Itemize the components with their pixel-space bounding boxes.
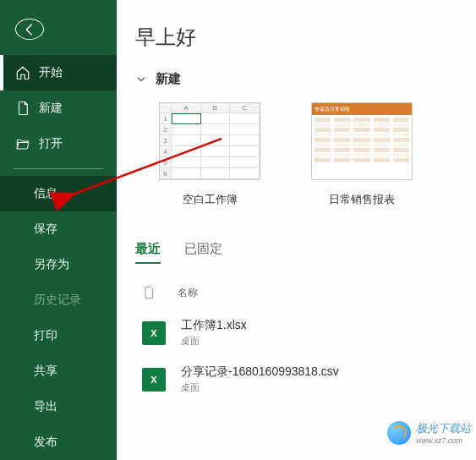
template-blank-thumb: A B C 1 2 3 4 5 6 bbox=[159, 102, 260, 180]
tab-recent[interactable]: 最近 bbox=[135, 241, 161, 264]
section-new-label: 新建 bbox=[156, 71, 181, 87]
folder-open-icon bbox=[15, 136, 30, 151]
file-list-header: 名称 bbox=[135, 272, 457, 309]
template-blank-workbook[interactable]: A B C 1 2 3 4 5 6 空白工作簿 bbox=[159, 102, 260, 207]
nav-info[interactable]: 信息 bbox=[0, 176, 117, 211]
main-panel: 早上好 新建 A B C 1 2 3 4 5 6 空白工作簿 bbox=[117, 0, 476, 460]
file-list-name-col: 名称 bbox=[178, 286, 198, 300]
file-location: 桌面 bbox=[181, 335, 247, 348]
nav-separator bbox=[14, 168, 103, 169]
file-location: 桌面 bbox=[181, 381, 339, 394]
template-sales-thumb: 专卖店日常销售 bbox=[311, 102, 413, 180]
new-file-icon bbox=[15, 101, 30, 116]
nav-open[interactable]: 打开 bbox=[0, 126, 117, 162]
templates-row: A B C 1 2 3 4 5 6 空白工作簿 专卖店日常销售 bbox=[135, 102, 457, 207]
nav-home-label: 开始 bbox=[39, 65, 63, 80]
excel-file-icon: X bbox=[142, 368, 166, 392]
nav-home[interactable]: 开始 bbox=[0, 55, 117, 90]
watermark-logo-icon bbox=[387, 421, 411, 445]
nav-save-as[interactable]: 另存为 bbox=[0, 247, 117, 282]
template-sales-label: 日常销售报表 bbox=[329, 192, 395, 207]
file-icon bbox=[142, 284, 156, 301]
file-row-workbook1[interactable]: X 工作簿1.xlsx 桌面 bbox=[135, 309, 457, 356]
tab-pinned[interactable]: 已固定 bbox=[184, 241, 222, 264]
excel-file-icon: X bbox=[142, 321, 166, 345]
watermark-line2: www.xz7.com bbox=[416, 436, 471, 445]
nav-new[interactable]: 新建 bbox=[0, 90, 117, 126]
sidebar: 开始 新建 打开 信息 保存 另存为 历史记录 打印 共享 导出 发布 bbox=[0, 0, 117, 460]
template-blank-label: 空白工作簿 bbox=[183, 192, 238, 207]
chevron-down-icon bbox=[135, 74, 147, 85]
nav-print[interactable]: 打印 bbox=[0, 318, 117, 353]
template-daily-sales[interactable]: 专卖店日常销售 日常销售报表 bbox=[311, 102, 413, 207]
nav-save[interactable]: 保存 bbox=[0, 211, 117, 247]
arrow-left-icon bbox=[22, 22, 37, 37]
recent-tabs: 最近 已固定 bbox=[135, 241, 457, 264]
nav-share[interactable]: 共享 bbox=[0, 353, 117, 389]
watermark: 极光下载站 www.xz7.com bbox=[387, 421, 471, 445]
watermark-line1: 极光下载站 bbox=[416, 422, 471, 435]
nav-publish[interactable]: 发布 bbox=[0, 424, 117, 460]
nav-history[interactable]: 历史记录 bbox=[0, 282, 117, 318]
section-new-toggle[interactable]: 新建 bbox=[135, 71, 457, 87]
file-name: 分享记录-1680160993818.csv bbox=[181, 364, 339, 380]
nav-open-label: 打开 bbox=[39, 136, 63, 151]
file-name: 工作簿1.xlsx bbox=[181, 318, 247, 333]
nav-export[interactable]: 导出 bbox=[0, 389, 117, 424]
nav-new-label: 新建 bbox=[39, 101, 63, 116]
back-button[interactable] bbox=[15, 19, 44, 40]
home-icon bbox=[15, 65, 30, 80]
file-row-share-record[interactable]: X 分享记录-1680160993818.csv 桌面 bbox=[135, 356, 457, 402]
greeting-title: 早上好 bbox=[135, 24, 457, 51]
